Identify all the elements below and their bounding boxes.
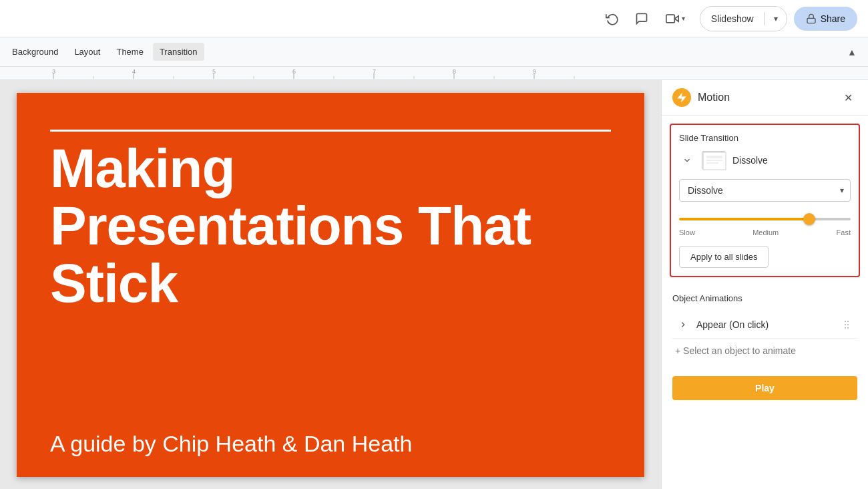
collapse-icon: ▲	[847, 47, 857, 57]
collapse-toolbar-button[interactable]: ▲	[841, 41, 863, 63]
svg-text:5: 5	[212, 68, 216, 75]
panel-title: Motion	[698, 92, 839, 104]
svg-text:8: 8	[453, 68, 456, 75]
svg-point-35	[847, 327, 849, 329]
slideshow-button[interactable]: Slideshow	[700, 7, 765, 31]
slide-title-line2: Presentations That	[50, 195, 531, 256]
share-label: Share	[821, 13, 845, 24]
canvas-area[interactable]: Making Presentations That Stick A guide …	[0, 80, 661, 489]
play-button[interactable]: Play	[672, 376, 857, 400]
svg-text:3: 3	[52, 68, 55, 75]
layout-menu-item[interactable]: Layout	[67, 43, 107, 61]
slide-decorative-line	[50, 130, 611, 132]
speed-labels: Slow Medium Fast	[679, 228, 851, 236]
slide-transition-label: Slide Transition	[679, 133, 851, 143]
transition-select[interactable]: Dissolve None Fade Slide from right Slid…	[679, 179, 851, 202]
slideshow-group: Slideshow ▾	[700, 6, 787, 31]
background-menu-item[interactable]: Background	[5, 43, 65, 61]
slide-title-line1: Making	[50, 138, 234, 198]
svg-rect-0	[666, 15, 675, 23]
ruler: 3 4 5 6 7 8 9	[0, 67, 868, 80]
object-animations-label: Object Animations	[672, 293, 857, 303]
svg-point-34	[845, 327, 846, 329]
svg-point-33	[847, 324, 849, 325]
svg-text:6: 6	[292, 68, 296, 75]
toolbar-icons: ▾	[600, 7, 692, 31]
svg-rect-1	[807, 18, 815, 23]
svg-text:9: 9	[533, 68, 536, 75]
slide-subtitle: A guide by Chip Heath & Dan Heath	[50, 431, 412, 457]
svg-text:7: 7	[373, 68, 376, 75]
svg-rect-27	[706, 156, 722, 158]
camera-button[interactable]: ▾	[659, 7, 692, 31]
history-button[interactable]	[600, 7, 624, 31]
animation-item: Appear (On click)	[672, 311, 857, 339]
speed-medium-label: Medium	[752, 228, 779, 236]
slide-title: Making Presentations That Stick	[50, 140, 531, 312]
svg-text:4: 4	[132, 68, 136, 75]
transition-thumbnail	[702, 151, 726, 170]
apply-all-slides-button[interactable]: Apply to all slides	[679, 246, 769, 268]
object-animations-section: Object Animations Appear (On click)	[662, 285, 868, 371]
main-content: Making Presentations That Stick A guide …	[0, 80, 868, 489]
transition-collapse-button[interactable]	[679, 152, 695, 168]
svg-rect-28	[706, 160, 722, 161]
add-animation-label: + Select an object to animate	[675, 345, 796, 356]
right-panel: Motion ✕ Slide Transition	[661, 80, 868, 489]
transition-select-wrapper: Dissolve None Fade Slide from right Slid…	[679, 179, 851, 202]
transition-preview-name: Dissolve	[732, 155, 768, 166]
animation-drag-handle[interactable]	[839, 317, 855, 333]
speed-slider[interactable]	[679, 218, 851, 220]
add-animation-item[interactable]: + Select an object to animate	[672, 339, 857, 363]
svg-rect-29	[706, 162, 718, 164]
ruler-svg: 3 4 5 6 7 8 9	[0, 67, 868, 80]
panel-header: Motion ✕	[662, 80, 868, 116]
slide-title-line3: Stick	[50, 253, 178, 313]
svg-point-31	[847, 321, 849, 322]
theme-menu-item[interactable]: Theme	[110, 43, 150, 61]
motion-icon	[672, 88, 691, 107]
animation-expand-button[interactable]	[675, 317, 691, 333]
transition-menu-item[interactable]: Transition	[153, 43, 204, 61]
speed-slider-wrapper	[679, 211, 851, 223]
camera-dropdown-arrow: ▾	[682, 15, 685, 22]
svg-point-30	[845, 321, 846, 322]
comment-button[interactable]	[630, 7, 654, 31]
speed-fast-label: Fast	[837, 228, 851, 236]
share-button[interactable]: Share	[794, 7, 857, 31]
panel-close-button[interactable]: ✕	[839, 88, 857, 107]
top-toolbar: ▾ Slideshow ▾ Share	[0, 0, 868, 37]
transition-preview-row: Dissolve	[679, 151, 851, 170]
speed-slow-label: Slow	[679, 228, 695, 236]
menu-items: Background Layout Theme Transition	[5, 43, 204, 61]
svg-rect-2	[0, 67, 868, 80]
slide-canvas: Making Presentations That Stick A guide …	[17, 93, 644, 477]
animation-item-label: Appear (On click)	[696, 319, 839, 330]
menu-toolbar: Background Layout Theme Transition ▲	[0, 37, 868, 67]
slide-transition-section: Slide Transition Di	[670, 124, 860, 277]
slideshow-dropdown-button[interactable]: ▾	[765, 7, 787, 31]
svg-point-32	[845, 324, 846, 325]
